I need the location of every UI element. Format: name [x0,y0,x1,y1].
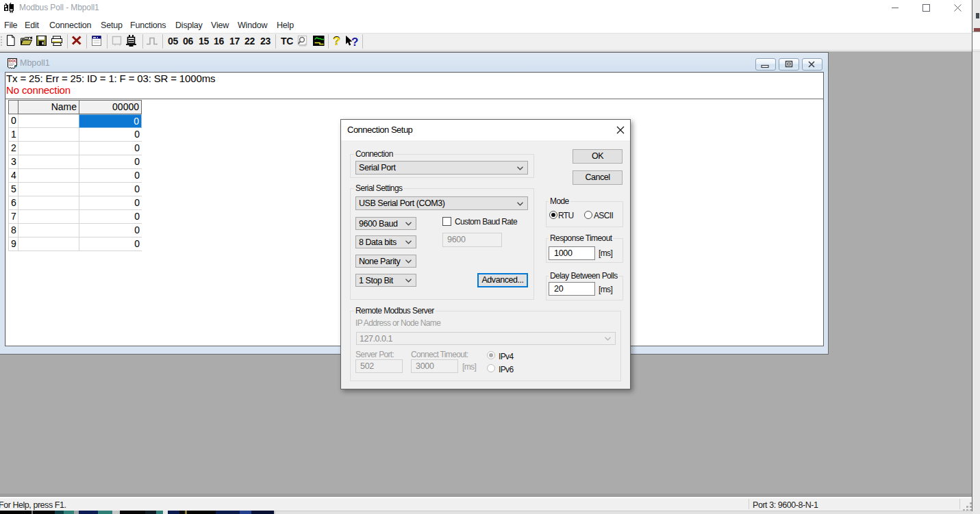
svg-text:DOC: DOC [9,59,17,63]
svg-text:?: ? [333,35,340,48]
svg-text:?: ? [351,36,358,49]
